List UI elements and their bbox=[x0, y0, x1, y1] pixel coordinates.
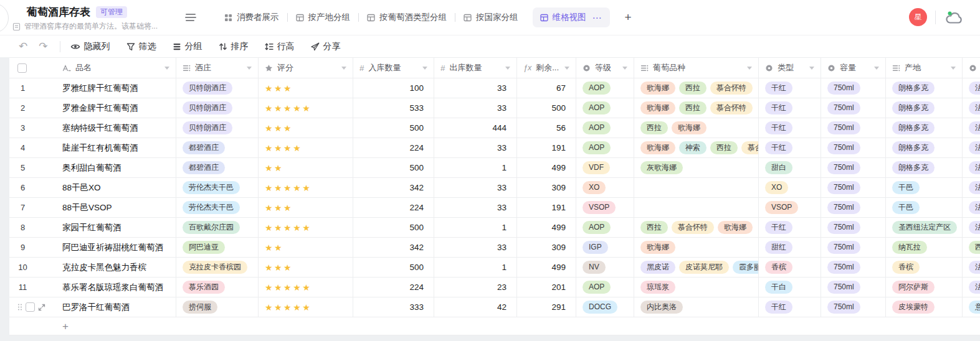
cell-volume[interactable]: 750ml bbox=[821, 138, 886, 158]
row-number[interactable]: 4 bbox=[17, 143, 28, 152]
cell-grade[interactable]: VSOP bbox=[576, 198, 634, 218]
chevron-down-icon[interactable] bbox=[809, 67, 814, 70]
cell-origin[interactable]: 干邑 bbox=[886, 198, 963, 218]
undo-button[interactable]: ↶ bbox=[13, 41, 33, 52]
row-handle-cell[interactable]: 2 bbox=[9, 98, 56, 118]
cell-grade[interactable]: AOP bbox=[576, 78, 634, 98]
cell-name[interactable]: 奥利甜白葡萄酒 bbox=[56, 158, 176, 178]
cell-volume[interactable]: 750ml bbox=[821, 258, 886, 278]
cell-winery[interactable]: 贝特朗酒庄 bbox=[176, 78, 259, 98]
chevron-down-icon[interactable] bbox=[341, 67, 346, 70]
cell-grade[interactable]: IGP bbox=[576, 238, 634, 258]
cell-qty-out[interactable]: 33 bbox=[434, 198, 517, 218]
cell-country[interactable]: 法 bbox=[963, 118, 980, 138]
chevron-down-icon[interactable] bbox=[505, 67, 510, 70]
cell-name[interactable]: 88干邑XO bbox=[56, 178, 176, 198]
cell-origin[interactable]: 阿尔萨斯 bbox=[886, 278, 963, 297]
cell-country[interactable]: 法 bbox=[963, 138, 980, 158]
column-header-容量[interactable]: 容量 bbox=[821, 57, 886, 78]
cell-volume[interactable]: 750ml bbox=[821, 158, 886, 178]
sync-cloud-icon[interactable] bbox=[944, 9, 965, 26]
column-header-酒庄[interactable]: 酒庄 bbox=[176, 57, 259, 78]
cell-country[interactable]: 法 bbox=[963, 158, 980, 178]
column-header-品名[interactable]: 品名 bbox=[56, 57, 176, 78]
cell-rating[interactable]: ★★★★★ bbox=[259, 278, 353, 297]
chevron-down-icon[interactable] bbox=[951, 67, 956, 70]
cell-winery[interactable]: 劳伦杰夫干邑 bbox=[176, 178, 259, 198]
cell-origin[interactable]: 朗格多克 bbox=[886, 98, 963, 118]
cell-remaining[interactable]: 499 bbox=[517, 258, 576, 278]
rating-stars[interactable]: ★★★ bbox=[265, 83, 293, 93]
cell-volume[interactable]: 750ml bbox=[821, 278, 886, 297]
chevron-down-icon[interactable] bbox=[874, 67, 879, 70]
cell-qty-in[interactable]: 342 bbox=[353, 178, 434, 198]
cell-winery[interactable]: 贝特朗酒庄 bbox=[176, 118, 259, 138]
rating-stars[interactable]: ★★★ bbox=[265, 123, 293, 133]
cell-name[interactable]: 阿巴迪亚祈祷甜桃红葡萄酒 bbox=[56, 238, 176, 258]
chevron-down-icon[interactable] bbox=[622, 67, 627, 70]
cell-remaining[interactable]: 191 bbox=[517, 198, 576, 218]
cell-qty-in[interactable]: 224 bbox=[353, 138, 434, 158]
cell-country[interactable]: 法 bbox=[963, 78, 980, 98]
cell-country[interactable]: 法 bbox=[963, 198, 980, 218]
row-handle-cell[interactable]: 10 bbox=[9, 258, 56, 278]
cell-name[interactable]: 克拉皮卡黑色魅力香槟 bbox=[56, 258, 176, 278]
cell-qty-out[interactable]: 33 bbox=[434, 238, 517, 258]
cell-rating[interactable]: ★★★★★ bbox=[259, 218, 353, 238]
row-handle-cell[interactable]: 6 bbox=[9, 178, 56, 198]
column-header-入库数量[interactable]: #入库数量 bbox=[353, 57, 434, 78]
row-number[interactable]: 8 bbox=[17, 223, 28, 232]
cell-grapes[interactable] bbox=[634, 198, 759, 218]
cell-rating[interactable]: ★★★★ bbox=[259, 138, 353, 158]
expand-record-icon[interactable] bbox=[38, 304, 45, 311]
cell-qty-out[interactable]: 33 bbox=[434, 98, 517, 118]
row-number[interactable]: 11 bbox=[17, 283, 28, 292]
cell-grade[interactable]: AOP bbox=[576, 98, 634, 118]
row-height-button[interactable]: 行高 bbox=[265, 41, 295, 52]
rating-stars[interactable]: ★★★★★ bbox=[265, 302, 312, 312]
cell-qty-out[interactable]: 444 bbox=[434, 118, 517, 138]
cell-origin[interactable]: 朗格多克 bbox=[886, 118, 963, 138]
cell-type[interactable]: 干白 bbox=[759, 278, 821, 297]
row-number[interactable]: 3 bbox=[17, 123, 28, 133]
cell-name[interactable]: 陡崖干红有机葡萄酒 bbox=[56, 138, 176, 158]
row-number[interactable]: 10 bbox=[17, 263, 28, 272]
rating-stars[interactable]: ★★★ bbox=[265, 203, 293, 213]
row-number[interactable]: 9 bbox=[17, 243, 28, 252]
cell-rating[interactable]: ★★★★★ bbox=[259, 297, 353, 317]
cell-remaining[interactable]: 309 bbox=[517, 238, 576, 258]
cell-origin[interactable]: 朗格多克 bbox=[886, 78, 963, 98]
column-header-cutoff[interactable] bbox=[963, 57, 980, 78]
view-tab-4[interactable]: 按国家分组 bbox=[455, 12, 526, 23]
row-handle-cell[interactable]: 11 bbox=[9, 278, 56, 297]
cell-volume[interactable]: 750ml bbox=[821, 78, 886, 98]
cell-country[interactable]: 西 bbox=[963, 238, 980, 258]
cell-rating[interactable]: ★★★ bbox=[259, 78, 353, 98]
cell-grapes[interactable]: 黑皮诺皮诺莫尼耶霞多丽 bbox=[634, 258, 759, 278]
row-handle-cell[interactable]: 5 bbox=[9, 158, 56, 178]
cell-grade[interactable]: AOP bbox=[576, 278, 634, 297]
chevron-down-icon[interactable] bbox=[747, 67, 752, 70]
cell-volume[interactable]: 750ml bbox=[821, 198, 886, 218]
column-header-评分[interactable]: 评分 bbox=[259, 57, 353, 78]
cell-winery[interactable]: 都碧酒庄 bbox=[176, 158, 259, 178]
cell-qty-out[interactable]: 33 bbox=[434, 178, 517, 198]
cell-name[interactable]: 巴罗洛干红葡萄酒 bbox=[56, 297, 176, 317]
rating-stars[interactable]: ★★★★★ bbox=[265, 223, 312, 233]
view-tab-5[interactable]: 维格视图⋯ bbox=[533, 7, 610, 27]
cell-type[interactable]: 干红 bbox=[759, 218, 821, 238]
row-handle-cell[interactable]: 3 bbox=[9, 118, 56, 138]
cell-remaining[interactable]: 499 bbox=[517, 158, 576, 178]
cell-origin[interactable]: 纳瓦拉 bbox=[886, 238, 963, 258]
cell-grade[interactable]: DOCG bbox=[576, 297, 634, 317]
cell-type[interactable]: 干红 bbox=[759, 98, 821, 118]
cell-remaining[interactable]: 309 bbox=[517, 178, 576, 198]
row-handle-cell[interactable]: 4 bbox=[9, 138, 56, 158]
view-list-menu-icon[interactable] bbox=[184, 12, 197, 25]
cell-remaining[interactable]: 291 bbox=[517, 297, 576, 317]
rating-stars[interactable]: ★★ bbox=[265, 243, 283, 253]
view-tab-2[interactable]: 按产地分组 bbox=[288, 12, 359, 23]
cell-grade[interactable]: AOP bbox=[576, 118, 634, 138]
rating-stars[interactable]: ★★★★★ bbox=[265, 283, 312, 292]
cell-origin[interactable]: 朗格多克 bbox=[886, 158, 963, 178]
